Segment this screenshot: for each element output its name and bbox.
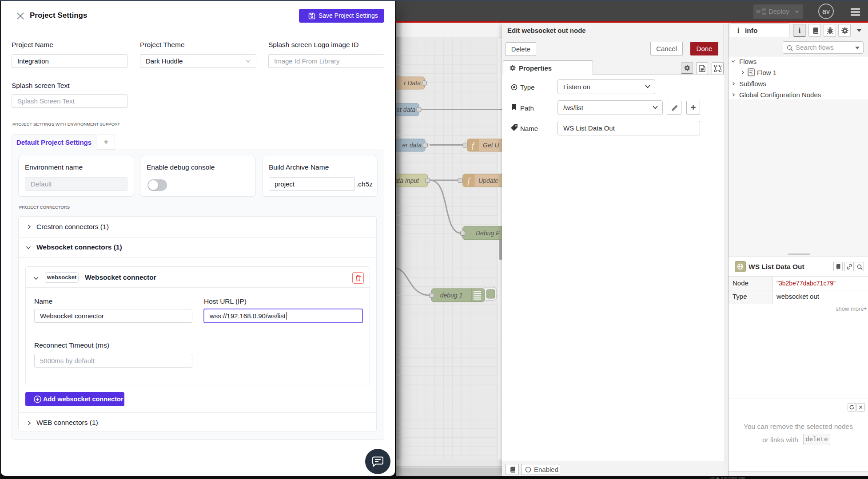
svg-text:Debug F: Debug F bbox=[476, 230, 500, 237]
svg-text:Get U: Get U bbox=[483, 142, 499, 149]
svg-text:er data: er data bbox=[402, 142, 422, 149]
svg-text:r Data: r Data bbox=[404, 79, 421, 87]
svg-text:Update: Update bbox=[478, 177, 498, 184]
svg-text:debug 1: debug 1 bbox=[440, 292, 463, 299]
